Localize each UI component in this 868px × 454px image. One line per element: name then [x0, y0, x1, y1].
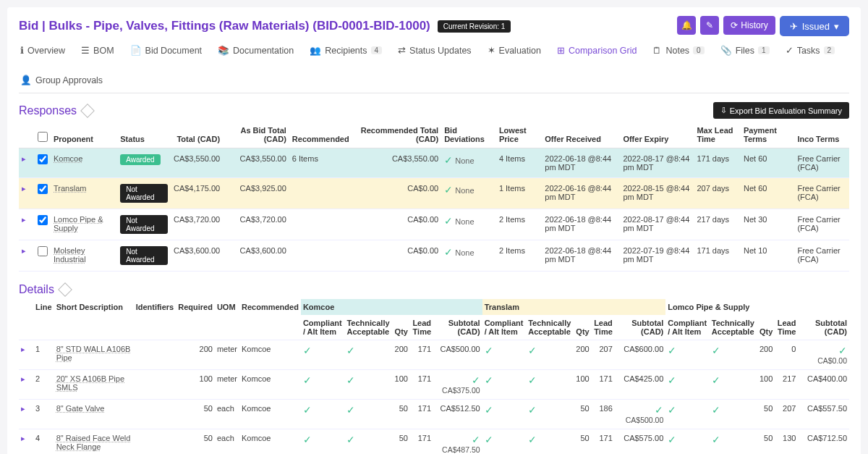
item-description[interactable]: 20" XS A106B Pipe SMLS [56, 374, 124, 392]
detail-row: ▸48" Raised Face Weld Neck Flange50eachK… [19, 429, 849, 455]
tab-icon: 📚 [218, 45, 229, 56]
check-icon: ✓ [668, 404, 676, 416]
edit-icon[interactable]: ✎ [700, 16, 719, 35]
check-icon: ✓ [303, 374, 312, 386]
check-icon: ✓ [444, 154, 453, 166]
row-checkbox[interactable] [38, 154, 48, 164]
check-icon: ✓ [303, 345, 312, 356]
responses-table: ProponentStatusTotal (CAD)As Bid Total (… [19, 122, 849, 272]
detail-row: ▸18" STD WALL A106B Pipe200meterKomcoe✓✓… [19, 340, 849, 370]
tab-icon: 👥 [310, 45, 321, 56]
issued-button[interactable]: ✈ Issued ▾ [780, 16, 849, 36]
check-icon: ✓ [346, 404, 355, 416]
response-row: ▸KomcoeAwardedCA$3,550.00CA$3,550.006 It… [19, 148, 849, 178]
diamond-icon [80, 104, 95, 118]
tab-icon: ☰ [81, 45, 90, 56]
proponent-link[interactable]: Translam [54, 184, 86, 193]
tab-tasks[interactable]: ✓Tasks2 [784, 42, 837, 59]
row-checkbox[interactable] [38, 215, 48, 225]
check-icon: ✓ [668, 374, 676, 386]
status-pill: Not Awarded [120, 184, 168, 203]
page-title: Bid | Bulks - Pipe, Valves, Fittings (Ra… [19, 19, 430, 33]
check-icon: ✓ [346, 434, 355, 445]
tab-status-updates[interactable]: ⇄Status Updates [396, 42, 472, 59]
check-icon: ✓ [303, 404, 312, 416]
expand-icon[interactable]: ▸ [22, 184, 26, 193]
tab-evaluation[interactable]: ✶Evaluation [486, 42, 542, 59]
tab-icon: ⇄ [398, 45, 406, 56]
expand-icon[interactable]: ▸ [22, 215, 26, 224]
tab-icon: 📄 [130, 45, 142, 56]
check-icon: ✓ [528, 345, 537, 356]
item-description[interactable]: 8" STD WALL A106B Pipe [56, 345, 131, 362]
proponent-link[interactable]: Komcoe [54, 154, 82, 163]
expand-icon[interactable]: ▸ [21, 374, 25, 383]
export-button[interactable]: ⇩ Export Bid Evaluation Summary [713, 102, 849, 119]
diamond-icon [58, 282, 72, 297]
proponent-link[interactable]: Molseley Industrial [54, 246, 86, 264]
tab-overview[interactable]: ℹOverview [19, 42, 67, 59]
tab-group-approvals[interactable]: 👤Group Approvals [19, 72, 104, 88]
check-icon: ✓ [346, 374, 355, 386]
check-icon: ✓ [668, 434, 676, 445]
check-icon: ✓ [668, 345, 676, 356]
check-icon: ✓ [712, 374, 720, 386]
proponent-link[interactable]: Lomco Pipe & Supply [54, 215, 103, 232]
vendor-header: Komcoe [301, 299, 482, 315]
detail-row: ▸38" Gate Valve50eachKomcoe✓✓50171CA$512… [19, 400, 849, 429]
check-icon: ✓ [472, 374, 480, 386]
check-icon: ✓ [485, 434, 493, 445]
item-description[interactable]: 8" Raised Face Weld Neck Flange [56, 434, 131, 451]
row-checkbox[interactable] [38, 246, 48, 256]
check-icon: ✓ [712, 345, 720, 356]
tab-bom[interactable]: ☰BOM [80, 42, 115, 59]
status-pill: Not Awarded [120, 246, 168, 265]
tab-files[interactable]: 📎Files1 [719, 42, 771, 59]
tab-documentation[interactable]: 📚Documentation [216, 42, 295, 59]
check-icon: ✓ [485, 404, 493, 416]
check-icon: ✓ [712, 434, 720, 445]
tab-icon: ✓ [786, 45, 793, 56]
check-icon: ✓ [346, 345, 355, 356]
check-icon: ✓ [485, 374, 493, 386]
expand-icon[interactable]: ▸ [22, 154, 26, 163]
responses-title: Responses [19, 104, 93, 117]
vendor-header: Lomco Pipe & Supply [665, 299, 849, 315]
check-icon: ✓ [444, 215, 453, 227]
check-icon: ✓ [712, 404, 720, 416]
check-icon: ✓ [838, 345, 847, 356]
tab-recipients[interactable]: 👥Recipients4 [308, 42, 383, 59]
tab-icon: 👤 [20, 75, 32, 85]
history-button[interactable]: ⟳ History [723, 16, 775, 35]
expand-icon[interactable]: ▸ [22, 246, 26, 255]
check-icon: ✓ [444, 246, 453, 258]
check-icon: ✓ [485, 345, 493, 356]
expand-icon[interactable]: ▸ [21, 434, 25, 442]
response-row: ▸Lomco Pipe & SupplyNot AwardedCA$3,720.… [19, 209, 849, 240]
response-row: ▸TranslamNot AwardedCA$4,175.00CA$3,925.… [19, 178, 849, 209]
status-pill: Awarded [120, 154, 160, 165]
check-icon: ✓ [528, 434, 537, 445]
tab-bar: ℹOverview☰BOM📄Bid Document📚Documentation… [19, 42, 849, 93]
tab-icon: ⊞ [557, 45, 565, 56]
page-header: Bid | Bulks - Pipe, Valves, Fittings (Ra… [19, 16, 849, 36]
row-checkbox[interactable] [38, 184, 48, 194]
item-description[interactable]: 8" Gate Valve [56, 404, 105, 413]
tab-notes[interactable]: 🗒Notes0 [651, 42, 705, 59]
tab-icon: 🗒 [652, 46, 662, 56]
tab-bid-document[interactable]: 📄Bid Document [129, 42, 204, 59]
status-pill: Not Awarded [120, 215, 168, 234]
expand-icon[interactable]: ▸ [21, 404, 25, 413]
bell-icon[interactable]: 🔔 [677, 16, 696, 35]
detail-row: ▸220" XS A106B Pipe SMLS100meterKomcoe✓✓… [19, 370, 849, 400]
check-icon: ✓ [528, 374, 537, 386]
select-all-checkbox[interactable] [38, 132, 48, 142]
expand-icon[interactable]: ▸ [21, 345, 25, 353]
check-icon: ✓ [472, 434, 480, 445]
tab-icon: ℹ [20, 45, 24, 56]
response-row: ▸Molseley IndustrialNot AwardedCA$3,600.… [19, 240, 849, 272]
vendor-header: Translam [482, 299, 666, 315]
tab-comparison-grid[interactable]: ⊞Comparison Grid [556, 42, 638, 59]
revision-chip: Current Revision: 1 [438, 20, 511, 33]
details-table: LineShort DescriptionIdentifiersRequired… [19, 299, 849, 454]
